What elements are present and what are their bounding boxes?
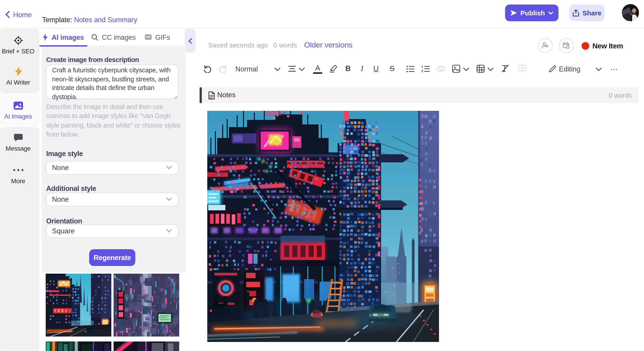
svg-text:1: 1 <box>421 65 423 68</box>
svg-text:2: 2 <box>421 69 423 73</box>
